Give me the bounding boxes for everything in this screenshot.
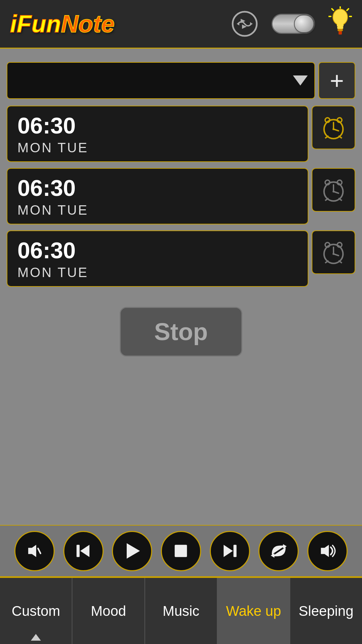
svg-marker-2 [237,22,239,25]
alarm-3-time: 06:30 [17,237,298,263]
toggle-knob [294,15,314,33]
alarm-item: 06:30 MON TUE [7,230,355,287]
music-cycle-icon[interactable] [231,10,258,37]
previous-button[interactable] [63,531,104,571]
tab-custom-label: Custom [12,603,60,619]
svg-marker-46 [224,545,233,557]
header-icons [231,6,352,42]
alarm-1-toggle[interactable] [312,106,355,149]
alarm-1-info[interactable]: 06:30 MON TUE [7,106,308,162]
tab-sleeping-label: Sleeping [299,603,353,619]
svg-rect-45 [175,545,187,557]
main-content: + 06:30 MON TUE 06:30 [0,49,362,383]
svg-point-26 [333,191,335,193]
alarm-1-time: 06:30 [17,112,298,139]
alarm-2-time: 06:30 [17,175,298,201]
svg-marker-50 [321,545,329,557]
logo-primary: iFun [10,10,61,37]
play-button[interactable] [112,531,152,571]
volume-down-button[interactable] [14,531,55,571]
stop-button-label: Stop [154,318,208,345]
svg-rect-4 [337,24,344,26]
svg-rect-5 [337,26,343,29]
alarm-item: 06:30 MON TUE [7,106,355,162]
svg-rect-6 [338,29,343,31]
dropdown-row: + [7,62,355,99]
next-button[interactable] [210,531,250,571]
svg-line-41 [38,548,41,553]
tab-mood[interactable]: Mood [72,578,145,644]
svg-marker-42 [80,545,89,557]
media-controls [0,525,362,577]
tab-custom[interactable]: Custom [0,578,72,644]
bulb-icon[interactable] [328,6,352,42]
tab-wakeup-label: Wake up [226,603,281,619]
svg-marker-1 [250,22,253,25]
tab-sleeping[interactable]: Sleeping [290,578,362,644]
svg-point-3 [333,9,348,25]
alarm-2-toggle[interactable] [312,168,355,212]
dropdown-arrow-icon [293,75,308,86]
svg-rect-12 [339,31,342,35]
alarm-item: 06:30 MON TUE [7,168,355,224]
svg-line-8 [332,9,334,10]
toggle-switch[interactable] [272,14,315,34]
stop-area: Stop [7,307,355,357]
tab-music[interactable]: Music [145,578,218,644]
alarm-3-days: MON TUE [17,265,298,280]
alarm-2-info[interactable]: 06:30 MON TUE [7,168,308,224]
svg-point-35 [333,253,335,255]
app-logo: iFunNote [10,10,115,38]
tab-wakeup[interactable]: Wake up [218,578,290,644]
repeat-button[interactable] [258,531,299,571]
stop-media-button[interactable] [161,531,201,571]
svg-point-17 [333,128,335,130]
bottom-tabs: Custom Mood Music Wake up Sleeping [0,577,362,644]
alarm-1-days: MON TUE [17,140,298,155]
add-button-icon: + [330,68,344,93]
add-alarm-button[interactable]: + [318,62,355,99]
alarm-2-days: MON TUE [17,203,298,218]
playlist-dropdown[interactable] [7,62,315,99]
alarm-3-toggle[interactable] [312,230,355,274]
volume-up-button[interactable] [307,531,348,571]
svg-line-9 [347,9,349,10]
svg-rect-43 [76,545,79,557]
tab-mood-label: Mood [91,603,126,619]
logo-secondary: Note [61,10,115,37]
tab-custom-indicator [31,634,41,641]
stop-button[interactable]: Stop [120,307,242,357]
alarm-3-info[interactable]: 06:30 MON TUE [7,230,308,287]
svg-rect-47 [234,545,237,557]
svg-marker-44 [127,543,140,559]
tab-music-label: Music [163,603,199,619]
svg-marker-40 [28,545,37,557]
app-header: iFunNote [0,0,362,49]
